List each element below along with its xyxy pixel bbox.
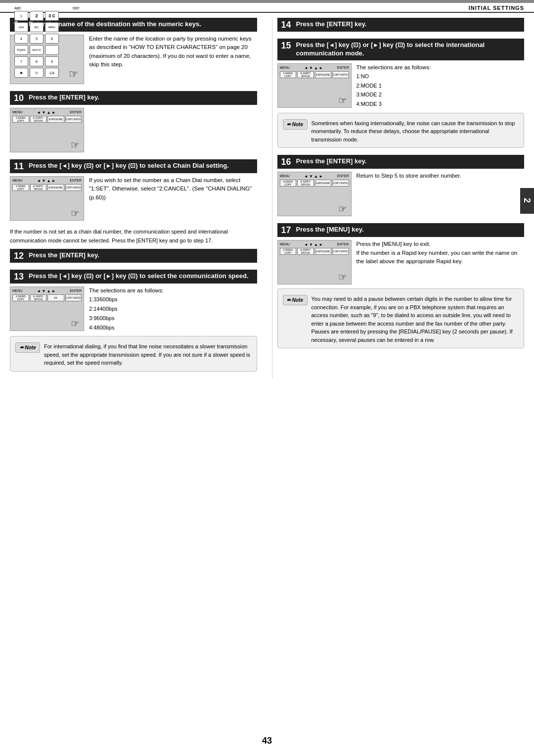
step-11-header: 11 Press the [◄] key (⊡) or [►] key (⊡) … [10,159,257,173]
step-16-number: 16 [281,157,292,166]
step-15-block: 15 Press the [◄] key (⊡) or [►] key (⊡) … [277,39,525,148]
step-16-image: MENU ◄ ▼ ▲ ► ENTER 2-SIDED COPY E-SORT/ … [277,172,352,216]
header-title: INITIAL SETTINGS [469,5,524,11]
step-17-block: 17 Press the [MENU] key. MENU ◄ ▼ ▲ ► EN… [277,223,525,348]
step-11-block: 11 Press the [◄] key (⊡) or [►] key (⊡) … [10,159,257,221]
note-badge-17: ✏ Note [283,295,308,305]
step-15-body: MENU ◄ ▼ ▲ ► ENTER 2-SIDED COPY E-SORT/ … [277,63,525,109]
step-13-note-text: For international dialing, if you find t… [44,342,252,367]
step-11-body: MENU ◄ ▼ ▲ ► ENTER 2-SIDED COPY E-SORT/ … [10,176,257,221]
step-16-title: Press the [ENTER] key. [296,157,367,166]
step-12-block: 12 Press the [ENTER] key. [10,249,257,263]
step-13-header: 13 Press the [◄] key (⊡) or [►] key (⊡) … [10,270,257,284]
step-15-number: 15 [281,41,292,50]
step-13-selections-label: The selections are as follows: [89,287,164,293]
side-tab: 2 [520,188,534,214]
step-11-number: 11 [14,162,25,171]
step-14-block: 14 Press the [ENTER] key. [277,18,525,32]
step-15-note: ✏ Note Sometimes when faxing internation… [277,113,525,148]
step-13-selections: 1:33600bps 2:14400bps 3:9600bps 4:4800bp… [89,295,257,332]
para-11: If the number is not set as a chain dial… [10,228,257,245]
step-10-image: MENU ◄ ▼ ▲ ► ENTER 2-SIDED COPY E-SORT/ … [10,108,84,152]
step-16-text: Return to Step 5 to store another number… [356,172,525,216]
step-9-block: 9 Enter the name of the destination with… [10,18,257,84]
step-10-number: 10 [14,94,25,102]
step-15-image: MENU ◄ ▼ ▲ ► ENTER 2-SIDED COPY E-SORT/ … [277,63,352,108]
step-14-title: Press the [ENTER] key. [296,20,367,29]
step-13-text: The selections are as follows: 1:33600bp… [89,286,257,332]
step-15-header: 15 Press the [◄] key (⊡) or [►] key (⊡) … [277,39,525,60]
step-17-note-text: You may need to add a pause between cert… [312,295,519,344]
step-14-number: 14 [281,20,292,29]
step-15-selections-label: The selections are as follows: [356,64,431,70]
step-11-text: If you wish to set the number as a Chain… [89,176,257,221]
step-10-body: MENU ◄ ▼ ▲ ► ENTER 2-SIDED COPY E-SORT/ … [10,108,257,152]
step-14-header: 14 Press the [ENTER] key. [277,18,525,32]
left-column: 9 Enter the name of the destination with… [10,18,262,378]
step-13-number: 13 [14,272,25,281]
right-column: 14 Press the [ENTER] key. 15 Press the [… [272,18,525,378]
step-17-header: 17 Press the [MENU] key. [277,223,525,237]
step-16-block: 16 Press the [ENTER] key. MENU ◄ ▼ ▲ ► E… [277,155,525,216]
note-badge-13: ✏ Note [15,342,40,353]
step-9-text: Enter the name of the location or party … [89,35,257,84]
step-10-header: 10 Press the [ENTER] key. [10,91,257,105]
step-9-body: ABCDEF 1 2 3 C GHI JKL MNO 4 5 6 P [10,35,257,84]
step-9-image: ABCDEF 1 2 3 C GHI JKL MNO 4 5 6 P [10,35,84,84]
step-17-image: MENU ◄ ▼ ▲ ► ENTER 2-SIDED COPY E-SORT/ … [277,240,352,284]
step-13-note: ✏ Note For international dialing, if you… [10,336,257,372]
step-13-title: Press the [◄] key (⊡) or [►] key (⊡) to … [29,272,249,281]
step-16-body: MENU ◄ ▼ ▲ ► ENTER 2-SIDED COPY E-SORT/ … [277,172,525,216]
step-13-body: MENU ◄ ▼ ▲ ► ENTER 2-SIDED COPY E-SORT/ … [10,286,257,332]
step-12-title: Press the [ENTER] key. [29,251,99,260]
main-content: 9 Enter the name of the destination with… [0,13,534,383]
step-17-number: 17 [281,226,292,235]
step-17-title: Press the [MENU] key. [296,226,364,234]
step-12-number: 12 [14,251,25,260]
step-13-image: MENU ◄ ▼ ▲ ► ENTER 2-SIDED COPY E-SORT/ … [10,286,84,331]
step-15-text: The selections are as follows: 1:NO 2:MO… [356,63,525,109]
step-10-title: Press the [ENTER] key. [29,94,99,102]
step-10-block: 10 Press the [ENTER] key. MENU ◄ ▼ ▲ ► E… [10,91,257,152]
step-17-body: MENU ◄ ▼ ▲ ► ENTER 2-SIDED COPY E-SORT/ … [277,240,525,284]
step-11-title: Press the [◄] key (⊡) or [►] key (⊡) to … [29,162,229,170]
step-15-note-text: Sometimes when faxing internationally, l… [312,119,519,144]
step-13-block: 13 Press the [◄] key (⊡) or [►] key (⊡) … [10,270,257,372]
step-17-text: Press the [MENU] key to exit. If the num… [356,240,525,284]
step-16-header: 16 Press the [ENTER] key. [277,155,525,169]
step-15-title: Press the [◄] key (⊡) or [►] key (⊡) to … [296,41,521,58]
step-15-selections: 1:NO 2:MODE 1 3:MODE 2 4:MODE 3 [356,72,525,109]
page-number: 43 [262,736,272,746]
step-12-header: 12 Press the [ENTER] key. [10,249,257,263]
note-badge-15: ✏ Note [283,119,308,130]
step-17-note: ✏ Note You may need to add a pause betwe… [277,288,525,348]
step-11-image: MENU ◄ ▼ ▲ ► ENTER 2-SIDED COPY E-SORT/ … [10,176,84,221]
